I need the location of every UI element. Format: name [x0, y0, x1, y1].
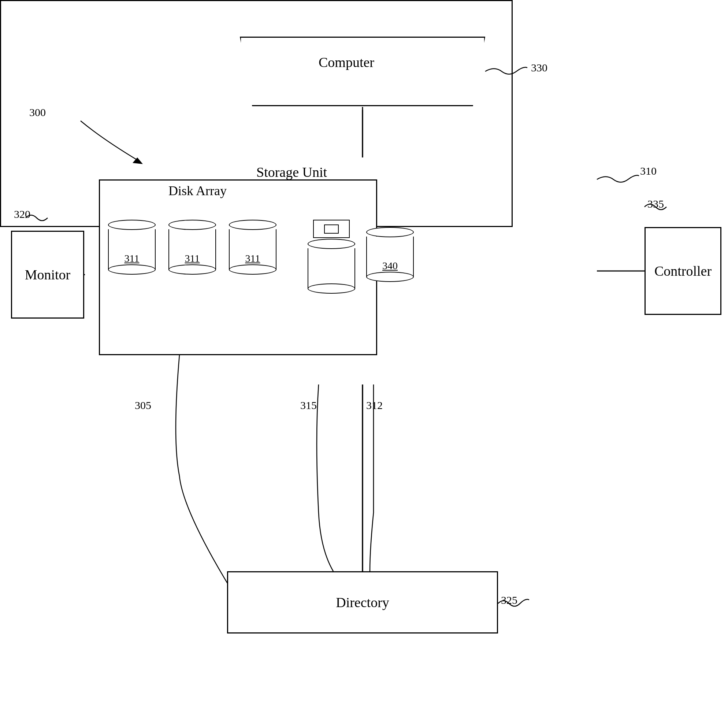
monitor-box: Monitor [11, 231, 84, 319]
ref-305: 305 [135, 399, 151, 411]
disk-311-3: 311 [229, 220, 276, 274]
tape-cyl-bottom [308, 283, 355, 294]
controller-label: Controller [654, 263, 712, 279]
computer-box [240, 37, 485, 106]
ref-320: 320 [14, 208, 30, 221]
cyl-bottom-2 [169, 264, 216, 274]
cyl-bottom-1 [108, 264, 156, 274]
disk-311-1: 311 [108, 220, 156, 274]
ref-325: 325 [501, 594, 517, 606]
cyl-label-3: 311 [246, 253, 260, 264]
cyl-body-1: 311 [108, 229, 156, 270]
ref-312: 312 [366, 399, 383, 411]
directory-label: Directory [336, 594, 389, 611]
ref-310: 310 [640, 165, 657, 177]
tape-cyl-body [308, 248, 355, 289]
cyl-body-2: 311 [169, 229, 216, 270]
monitor-label: Monitor [25, 267, 71, 283]
cyl-top-5 [366, 227, 414, 237]
cyl-bottom-5 [366, 272, 414, 282]
ref-300: 300 [29, 106, 46, 118]
cyl-top-3 [229, 220, 276, 230]
tape-cyl-top [308, 239, 355, 249]
cyl-bottom-3 [229, 264, 276, 274]
ref-335: 335 [647, 198, 664, 210]
cyl-body-3: 311 [229, 229, 276, 270]
directory-box: Directory [227, 571, 498, 634]
controller-box: Controller [644, 227, 721, 315]
cyl-body-5: 340 [366, 237, 414, 277]
ref-315: 315 [300, 399, 317, 411]
disk-340: 340 [366, 227, 414, 282]
ref-330: 330 [531, 62, 547, 74]
tape-robot [308, 220, 355, 294]
computer-label: Computer [319, 54, 374, 70]
cyl-top-1 [108, 220, 156, 230]
storage-unit-label: Storage Unit [256, 164, 327, 180]
cyl-label-2: 311 [185, 253, 200, 264]
disk-311-2: 311 [169, 220, 216, 274]
disk-array-label: Disk Array [169, 183, 227, 198]
diagram: Computer 330 300 Storage Unit 310 Disk A… [0, 0, 728, 706]
cyl-label-5: 340 [382, 260, 398, 272]
cyl-top-2 [169, 220, 216, 230]
cyl-label-1: 311 [124, 253, 140, 264]
